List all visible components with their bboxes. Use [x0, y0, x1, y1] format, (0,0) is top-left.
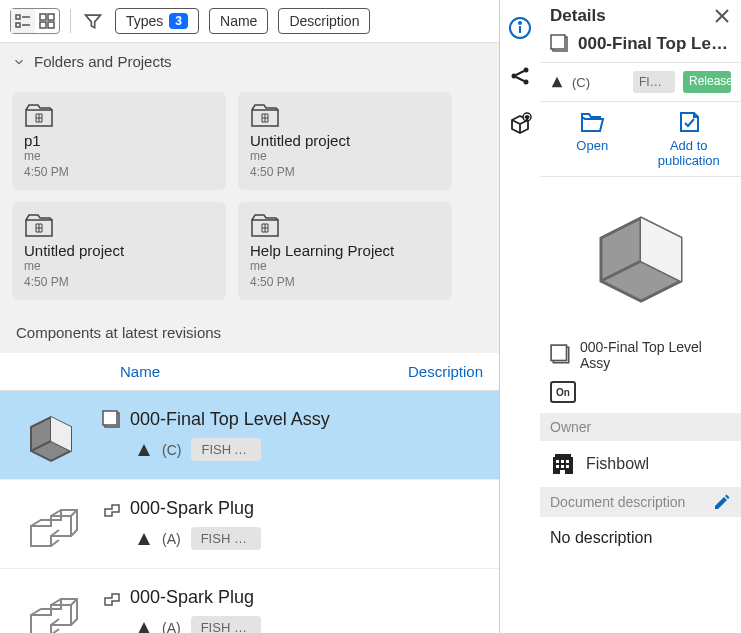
details-status-badge: Released	[683, 71, 731, 92]
owner-name: Fishbowl	[586, 455, 649, 473]
folder-name: p1	[24, 132, 214, 149]
onshape-badge[interactable]: On	[540, 381, 741, 413]
folder-owner: me	[250, 259, 440, 275]
folders-grid: p1 me 4:50 PM Untitled project me 4:50 P…	[0, 80, 499, 312]
section-title: Folders and Projects	[34, 53, 172, 70]
details-panel: Details 000-Final Top Lev… (C) FIS… Rele…	[540, 0, 741, 633]
folder-time: 4:50 PM	[24, 275, 214, 291]
folder-name: Untitled project	[24, 242, 214, 259]
folder-owner: me	[24, 149, 214, 165]
folder-owner: me	[24, 259, 214, 275]
part-small-icon	[102, 499, 122, 519]
folder-card[interactable]: p1 me 4:50 PM	[12, 92, 226, 190]
filter-types-button[interactable]: Types 3	[115, 8, 199, 34]
svg-rect-32	[566, 465, 569, 468]
cube-help-icon[interactable]: ?	[508, 112, 532, 136]
revision-icon	[136, 620, 152, 633]
list-view-icon[interactable]	[11, 9, 35, 33]
svg-rect-27	[556, 460, 559, 463]
revision-label: (A)	[162, 620, 181, 633]
assembly-small-icon	[102, 410, 122, 430]
assembly-small-icon	[550, 34, 570, 54]
filter-name-button[interactable]: Name	[209, 8, 268, 34]
assembly-icon	[16, 405, 86, 465]
part-icon	[16, 583, 86, 633]
part-small-icon	[102, 588, 122, 608]
svg-text:?: ?	[525, 115, 529, 121]
folder-name: Help Learning Project	[250, 242, 440, 259]
folder-name: Untitled project	[250, 132, 440, 149]
folder-time: 4:50 PM	[250, 165, 440, 181]
details-panel-title: Details	[550, 6, 606, 26]
svg-rect-5	[48, 14, 54, 20]
svg-rect-33	[560, 470, 565, 474]
svg-rect-28	[561, 460, 564, 463]
description-section-label: Document description	[540, 487, 741, 517]
view-toggle[interactable]	[10, 8, 60, 34]
components-header: Name Description	[0, 353, 499, 391]
svg-point-12	[519, 22, 521, 24]
folder-time: 4:50 PM	[24, 165, 214, 181]
assembly-small-icon	[550, 344, 572, 366]
component-row[interactable]: 000-Final Top Level Assy (C) FISH A…	[0, 391, 499, 480]
folders-section-header[interactable]: Folders and Projects	[0, 43, 499, 80]
edit-description-icon[interactable]	[713, 493, 731, 511]
svg-rect-1	[16, 23, 20, 27]
component-tag: FISH P…	[191, 616, 261, 633]
separator	[70, 9, 71, 33]
svg-rect-7	[48, 22, 54, 28]
component-tag: FISH A…	[191, 438, 261, 461]
svg-line-16	[516, 71, 524, 75]
component-tag: FISH P…	[191, 527, 261, 550]
filter-count-badge: 3	[169, 13, 188, 29]
details-revision: (C)	[572, 75, 590, 90]
details-link-name: 000-Final Top Level Assy	[580, 339, 731, 371]
folder-icon	[250, 212, 440, 238]
close-icon[interactable]	[713, 7, 731, 25]
header-name[interactable]: Name	[120, 363, 363, 380]
svg-rect-34	[555, 454, 571, 457]
details-item-link[interactable]: 000-Final Top Level Assy	[540, 329, 741, 381]
svg-rect-6	[40, 22, 46, 28]
component-row[interactable]: 000-Spark Plug (A) FISH P…	[0, 569, 499, 633]
folder-icon	[250, 102, 440, 128]
filter-description-button[interactable]: Description	[278, 8, 370, 34]
svg-rect-9	[103, 411, 117, 425]
folder-icon	[24, 102, 214, 128]
filter-label: Description	[289, 13, 359, 29]
folder-card[interactable]: Help Learning Project me 4:50 PM	[238, 202, 452, 300]
owner-row: Fishbowl	[540, 441, 741, 487]
revision-label: (A)	[162, 531, 181, 547]
open-label: Open	[576, 138, 608, 153]
svg-rect-30	[556, 465, 559, 468]
grid-view-icon[interactable]	[35, 9, 59, 33]
toolbar: Types 3 Name Description	[0, 0, 499, 43]
svg-rect-0	[16, 15, 20, 19]
svg-line-17	[516, 77, 524, 81]
component-row[interactable]: 000-Spark Plug (A) FISH P…	[0, 480, 499, 569]
owner-section-label: Owner	[540, 413, 741, 441]
svg-rect-29	[566, 460, 569, 463]
svg-rect-23	[551, 35, 565, 49]
part-icon	[16, 494, 86, 554]
folder-card[interactable]: Untitled project me 4:50 PM	[12, 202, 226, 300]
details-tag: FIS…	[633, 71, 675, 93]
add-to-publication-action[interactable]: Add to publication	[641, 110, 738, 168]
share-icon[interactable]	[508, 64, 532, 88]
chevron-down-icon	[12, 55, 26, 69]
folder-icon	[24, 212, 214, 238]
folder-card[interactable]: Untitled project me 4:50 PM	[238, 92, 452, 190]
open-action[interactable]: Open	[544, 110, 641, 168]
component-name: 000-Spark Plug	[130, 498, 254, 519]
header-description[interactable]: Description	[363, 363, 483, 380]
components-section-title: Components at latest revisions	[0, 312, 499, 353]
info-icon[interactable]	[508, 16, 532, 40]
folder-owner: me	[250, 149, 440, 165]
side-icon-column: ?	[500, 0, 540, 633]
filter-label: Types	[126, 13, 163, 29]
description-value: No description	[540, 517, 741, 559]
revision-icon	[136, 531, 152, 547]
publish-label: Add to publication	[641, 138, 738, 168]
filter-label: Name	[220, 13, 257, 29]
filter-icon[interactable]	[81, 9, 105, 33]
